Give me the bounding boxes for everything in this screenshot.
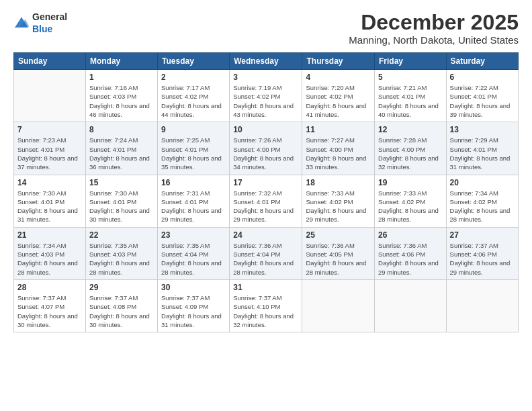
week-row-5: 28Sunrise: 7:37 AMSunset: 4:07 PMDayligh… <box>14 279 519 332</box>
day-cell: 20Sunrise: 7:34 AMSunset: 4:02 PMDayligh… <box>446 175 518 227</box>
day-number: 10 <box>233 125 298 134</box>
day-number: 27 <box>450 230 515 240</box>
day-cell: 29Sunrise: 7:37 AMSunset: 4:08 PMDayligh… <box>85 279 157 332</box>
day-cell: 8Sunrise: 7:24 AMSunset: 4:01 PMDaylight… <box>85 122 157 175</box>
header-thursday: Thursday <box>302 53 375 70</box>
day-cell: 28Sunrise: 7:37 AMSunset: 4:07 PMDayligh… <box>14 279 86 332</box>
header-friday: Friday <box>375 53 447 70</box>
day-number: 25 <box>306 230 371 240</box>
day-number: 4 <box>306 73 371 82</box>
day-info: Sunrise: 7:37 AMSunset: 4:09 PMDaylight:… <box>161 293 226 329</box>
page: General Blue December 2025 Manning, Nort… <box>0 0 532 411</box>
day-number: 3 <box>233 73 298 82</box>
day-info: Sunrise: 7:35 AMSunset: 4:03 PMDaylight:… <box>89 241 154 277</box>
day-info: Sunrise: 7:24 AMSunset: 4:01 PMDaylight:… <box>89 136 154 171</box>
day-info: Sunrise: 7:37 AMSunset: 4:08 PMDaylight:… <box>89 293 154 329</box>
day-info: Sunrise: 7:23 AMSunset: 4:01 PMDaylight:… <box>17 136 82 171</box>
week-row-1: 1Sunrise: 7:16 AMSunset: 4:03 PMDaylight… <box>14 70 519 122</box>
day-info: Sunrise: 7:20 AMSunset: 4:02 PMDaylight:… <box>306 83 371 119</box>
day-number: 20 <box>450 178 515 187</box>
day-info: Sunrise: 7:19 AMSunset: 4:02 PMDaylight:… <box>233 83 298 119</box>
logo-blue: Blue <box>32 24 52 34</box>
weekday-header-row: Sunday Monday Tuesday Wednesday Thursday… <box>14 53 519 70</box>
day-info: Sunrise: 7:36 AMSunset: 4:05 PMDaylight:… <box>306 241 371 277</box>
day-cell <box>14 70 86 122</box>
day-cell: 1Sunrise: 7:16 AMSunset: 4:03 PMDaylight… <box>85 70 157 122</box>
calendar-subtitle: Manning, North Dakota, United States <box>349 34 519 46</box>
day-cell: 13Sunrise: 7:29 AMSunset: 4:01 PMDayligh… <box>446 122 518 175</box>
header: General Blue December 2025 Manning, Nort… <box>13 11 519 46</box>
day-info: Sunrise: 7:37 AMSunset: 4:06 PMDaylight:… <box>450 241 515 277</box>
day-info: Sunrise: 7:35 AMSunset: 4:04 PMDaylight:… <box>161 241 226 277</box>
day-info: Sunrise: 7:32 AMSunset: 4:01 PMDaylight:… <box>233 189 298 224</box>
day-info: Sunrise: 7:34 AMSunset: 4:02 PMDaylight:… <box>450 189 515 224</box>
day-info: Sunrise: 7:21 AMSunset: 4:01 PMDaylight:… <box>378 83 443 119</box>
day-cell: 25Sunrise: 7:36 AMSunset: 4:05 PMDayligh… <box>302 227 375 279</box>
logo-icon <box>13 16 30 30</box>
week-row-2: 7Sunrise: 7:23 AMSunset: 4:01 PMDaylight… <box>14 122 519 175</box>
day-number: 18 <box>306 178 371 187</box>
day-cell: 21Sunrise: 7:34 AMSunset: 4:03 PMDayligh… <box>14 227 86 279</box>
day-cell: 18Sunrise: 7:33 AMSunset: 4:02 PMDayligh… <box>302 175 375 227</box>
day-number: 6 <box>450 73 515 82</box>
day-cell: 31Sunrise: 7:37 AMSunset: 4:10 PMDayligh… <box>230 279 302 332</box>
day-number: 30 <box>161 283 226 292</box>
day-info: Sunrise: 7:33 AMSunset: 4:02 PMDaylight:… <box>378 189 443 224</box>
logo: General Blue <box>13 11 67 35</box>
day-number: 22 <box>89 230 154 240</box>
day-cell: 4Sunrise: 7:20 AMSunset: 4:02 PMDaylight… <box>302 70 375 122</box>
week-row-3: 14Sunrise: 7:30 AMSunset: 4:01 PMDayligh… <box>14 175 519 227</box>
calendar-table: Sunday Monday Tuesday Wednesday Thursday… <box>13 52 519 332</box>
day-number: 29 <box>89 283 154 292</box>
week-row-4: 21Sunrise: 7:34 AMSunset: 4:03 PMDayligh… <box>14 227 519 279</box>
day-cell: 3Sunrise: 7:19 AMSunset: 4:02 PMDaylight… <box>230 70 302 122</box>
day-cell: 17Sunrise: 7:32 AMSunset: 4:01 PMDayligh… <box>230 175 302 227</box>
day-cell: 23Sunrise: 7:35 AMSunset: 4:04 PMDayligh… <box>158 227 230 279</box>
day-number: 23 <box>161 230 226 240</box>
day-number: 9 <box>161 125 226 134</box>
header-sunday: Sunday <box>14 53 86 70</box>
day-cell: 2Sunrise: 7:17 AMSunset: 4:02 PMDaylight… <box>158 70 230 122</box>
day-cell: 10Sunrise: 7:26 AMSunset: 4:00 PMDayligh… <box>230 122 302 175</box>
day-number: 26 <box>378 230 443 240</box>
day-info: Sunrise: 7:30 AMSunset: 4:01 PMDaylight:… <box>89 189 154 224</box>
day-number: 19 <box>378 178 443 187</box>
day-number: 1 <box>89 73 154 82</box>
header-monday: Monday <box>85 53 157 70</box>
day-cell: 16Sunrise: 7:31 AMSunset: 4:01 PMDayligh… <box>158 175 230 227</box>
day-number: 8 <box>89 125 154 134</box>
day-info: Sunrise: 7:30 AMSunset: 4:01 PMDaylight:… <box>17 189 82 224</box>
day-number: 2 <box>161 73 226 82</box>
day-number: 5 <box>378 73 443 82</box>
title-block: December 2025 Manning, North Dakota, Uni… <box>349 11 519 46</box>
day-number: 7 <box>17 125 82 134</box>
day-number: 21 <box>17 230 82 240</box>
header-saturday: Saturday <box>446 53 518 70</box>
day-number: 15 <box>89 178 154 187</box>
logo-general: General <box>32 11 67 22</box>
day-info: Sunrise: 7:37 AMSunset: 4:07 PMDaylight:… <box>17 293 82 329</box>
day-info: Sunrise: 7:36 AMSunset: 4:04 PMDaylight:… <box>233 241 298 277</box>
day-cell: 6Sunrise: 7:22 AMSunset: 4:01 PMDaylight… <box>446 70 518 122</box>
day-info: Sunrise: 7:26 AMSunset: 4:00 PMDaylight:… <box>233 136 298 171</box>
day-info: Sunrise: 7:36 AMSunset: 4:06 PMDaylight:… <box>378 241 443 277</box>
day-cell: 11Sunrise: 7:27 AMSunset: 4:00 PMDayligh… <box>302 122 375 175</box>
day-info: Sunrise: 7:34 AMSunset: 4:03 PMDaylight:… <box>17 241 82 277</box>
day-cell: 9Sunrise: 7:25 AMSunset: 4:01 PMDaylight… <box>158 122 230 175</box>
day-cell: 7Sunrise: 7:23 AMSunset: 4:01 PMDaylight… <box>14 122 86 175</box>
day-cell: 5Sunrise: 7:21 AMSunset: 4:01 PMDaylight… <box>375 70 447 122</box>
day-info: Sunrise: 7:25 AMSunset: 4:01 PMDaylight:… <box>161 136 226 171</box>
day-cell <box>446 279 518 332</box>
day-cell: 12Sunrise: 7:28 AMSunset: 4:00 PMDayligh… <box>375 122 447 175</box>
day-info: Sunrise: 7:22 AMSunset: 4:01 PMDaylight:… <box>450 83 515 119</box>
day-cell <box>375 279 447 332</box>
logo-text: General Blue <box>32 11 67 35</box>
day-cell: 24Sunrise: 7:36 AMSunset: 4:04 PMDayligh… <box>230 227 302 279</box>
day-number: 12 <box>378 125 443 134</box>
header-tuesday: Tuesday <box>158 53 230 70</box>
day-cell: 15Sunrise: 7:30 AMSunset: 4:01 PMDayligh… <box>85 175 157 227</box>
day-number: 11 <box>306 125 371 134</box>
day-info: Sunrise: 7:17 AMSunset: 4:02 PMDaylight:… <box>161 83 226 119</box>
day-number: 17 <box>233 178 298 187</box>
day-info: Sunrise: 7:29 AMSunset: 4:01 PMDaylight:… <box>450 136 515 171</box>
